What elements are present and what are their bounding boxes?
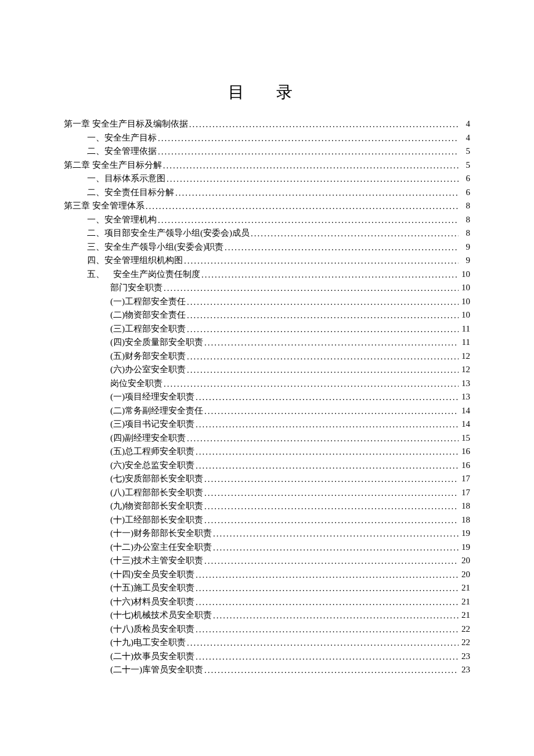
toc-entry-label: 第二章 安全生产目标分解 (64, 161, 162, 170)
toc-leader (204, 557, 459, 566)
toc-entry-label: (二)常务副经理安全责任 (110, 406, 203, 415)
toc-entry[interactable]: (十八)质检员安全职责22 (64, 625, 470, 633)
toc-entry-page: 4 (460, 134, 470, 142)
toc-leader (204, 502, 459, 511)
toc-entry-label: (一)项目经理安全职责 (110, 393, 194, 401)
toc-entry[interactable]: 一、安全管理机构8 (64, 215, 470, 224)
toc-entry-page: 18 (460, 516, 470, 524)
toc-entry-page: 12 (460, 352, 470, 361)
toc-entry[interactable]: 四、安全管理组织机构图9 (64, 256, 470, 265)
toc-leader (167, 175, 459, 183)
toc-entry-label: (十八)质检员安全职责 (110, 625, 194, 633)
toc-entry-label: (十九)电工安全职责 (110, 638, 186, 647)
toc-entry[interactable]: (二十)炊事员安全职责23 (64, 652, 470, 661)
toc-entry[interactable]: (七)安质部部长安全职责17 (64, 474, 470, 483)
toc-entry-page: 14 (460, 406, 470, 415)
toc-entry[interactable]: (十四)安全员安全职责20 (64, 570, 470, 579)
toc-entry-page: 13 (460, 393, 470, 401)
toc-entry-label: (二十)炊事员安全职责 (110, 652, 194, 661)
toc-entry-page: 11 (460, 338, 470, 347)
toc-entry[interactable]: (十)工经部部长安全职责18 (64, 516, 470, 524)
toc-leader (164, 380, 459, 388)
toc-entry[interactable]: 第一章 安全生产目标及编制依据4 (64, 120, 470, 128)
toc-entry[interactable]: (十五)施工员安全职责21 (64, 584, 470, 592)
toc-entry-label: 三、安全生产领导小组(安委会)职责 (87, 243, 223, 251)
toc-entry[interactable]: (二)物资部安全责任10 (64, 311, 470, 319)
toc-entry-page: 20 (460, 556, 470, 565)
toc-entry-page: 5 (460, 147, 470, 156)
toc-entry-label: 第一章 安全生产目标及编制依据 (64, 120, 188, 128)
toc-leader (204, 666, 459, 675)
toc-leader (225, 243, 459, 252)
toc-entry[interactable]: 一、安全生产目标4 (64, 134, 470, 142)
toc-leader (196, 462, 459, 470)
toc-entry-label: 二、项目部安全生产领导小组(安委会)成员 (87, 229, 250, 237)
toc-entry-label: (八)工程部部长安全职责 (110, 488, 203, 497)
toc-entry-page: 17 (460, 488, 470, 497)
toc-entry[interactable]: (十七)机械技术员安全职责21 (64, 611, 470, 620)
toc-entry[interactable]: (一)项目经理安全职责13 (64, 393, 470, 401)
toc-entry[interactable]: 岗位安全职责13 (64, 379, 470, 388)
toc-entry[interactable]: (三)工程部安全职责11 (64, 325, 470, 333)
toc-entry[interactable]: (十一)财务部部长安全职责19 (64, 529, 470, 538)
toc-entry-label: (六)安全总监安全职责 (110, 461, 194, 470)
toc-entry[interactable]: (八)工程部部长安全职责17 (64, 488, 470, 497)
toc-leader (196, 653, 459, 661)
toc-entry[interactable]: 一、目标体系示意图6 (64, 174, 470, 183)
toc-leader (146, 202, 459, 211)
toc-leader (158, 147, 459, 156)
toc-entry[interactable]: 三、安全生产领导小组(安委会)职责9 (64, 243, 470, 251)
toc-entry-page: 23 (460, 652, 470, 661)
toc-entry-page: 4 (460, 120, 470, 128)
toc-entry[interactable]: 二、安全责任目标分解6 (64, 188, 470, 197)
toc-entry[interactable]: (六)安全总监安全职责16 (64, 461, 470, 470)
toc-leader (158, 134, 459, 143)
toc-entry[interactable]: 二、项目部安全生产领导小组(安委会)成员8 (64, 229, 470, 237)
toc-entry-page: 9 (460, 256, 470, 265)
toc-entry[interactable]: (十九)电工安全职责22 (64, 638, 470, 647)
toc-leader (196, 448, 459, 456)
toc-entry[interactable]: (四)副经理安全职责15 (64, 434, 470, 442)
toc-leader (187, 639, 459, 647)
toc-entry[interactable]: (十二)办公室主任安全职责19 (64, 543, 470, 552)
toc-entry[interactable]: 第三章 安全管理体系8 (64, 201, 470, 210)
toc-entry[interactable]: 第二章 安全生产目标分解5 (64, 161, 470, 170)
toc-entry[interactable]: (五)总工程师安全职责16 (64, 447, 470, 456)
toc-entry[interactable]: 五、 安全生产岗位责任制度10 (64, 270, 470, 279)
toc-leader (175, 189, 459, 197)
toc-entry[interactable]: (二)常务副经理安全责任14 (64, 406, 470, 415)
toc-entry[interactable]: (三)项目书记安全职责14 (64, 420, 470, 429)
toc-entry[interactable]: (四)安全质量部安全职责11 (64, 338, 470, 347)
toc-entry-label: 四、安全管理组织机构图 (87, 256, 183, 265)
toc-entry-page: 20 (460, 570, 470, 579)
toc-entry-label: 一、目标体系示意图 (87, 174, 165, 183)
toc-entry-label: (十六)材料员安全职责 (110, 597, 194, 606)
toc-entry-page: 8 (460, 215, 470, 224)
toc-entry[interactable]: (五)财务部安全职责12 (64, 352, 470, 361)
toc-leader (164, 284, 459, 293)
toc-entry-page: 18 (460, 502, 470, 510)
toc-entry[interactable]: (十六)材料员安全职责21 (64, 597, 470, 606)
toc-entry-label: (二)物资部安全责任 (110, 311, 186, 319)
toc-entry[interactable]: 部门安全职责10 (64, 283, 470, 292)
toc-entry[interactable]: (六)办公室安全职责12 (64, 365, 470, 374)
toc-entry-label: 岗位安全职责 (110, 379, 163, 388)
toc-entry-page: 10 (460, 283, 470, 292)
toc-entry[interactable]: (十三)技术主管安全职责20 (64, 556, 470, 565)
toc-entry[interactable]: 二、安全管理依据5 (64, 147, 470, 156)
toc-entry[interactable]: (二十一)库管员安全职责23 (64, 665, 470, 674)
toc-entry[interactable]: (九)物资部部长安全职责18 (64, 502, 470, 510)
toc-entry-page: 19 (460, 543, 470, 552)
toc-entry-label: (三)工程部安全职责 (110, 325, 186, 333)
toc-leader (204, 489, 459, 498)
toc-entry[interactable]: (一)工程部安全责任10 (64, 297, 470, 306)
toc-leader (189, 120, 459, 129)
toc-entry-label: (四)副经理安全职责 (110, 434, 186, 442)
toc-entry-label: (十二)办公室主任安全职责 (110, 543, 212, 552)
toc-entry-page: 19 (460, 529, 470, 538)
toc-entry-page: 16 (460, 461, 470, 470)
toc-leader (187, 366, 459, 375)
toc-leader (184, 257, 459, 265)
toc-leader (204, 516, 459, 525)
toc-leader (187, 298, 459, 307)
